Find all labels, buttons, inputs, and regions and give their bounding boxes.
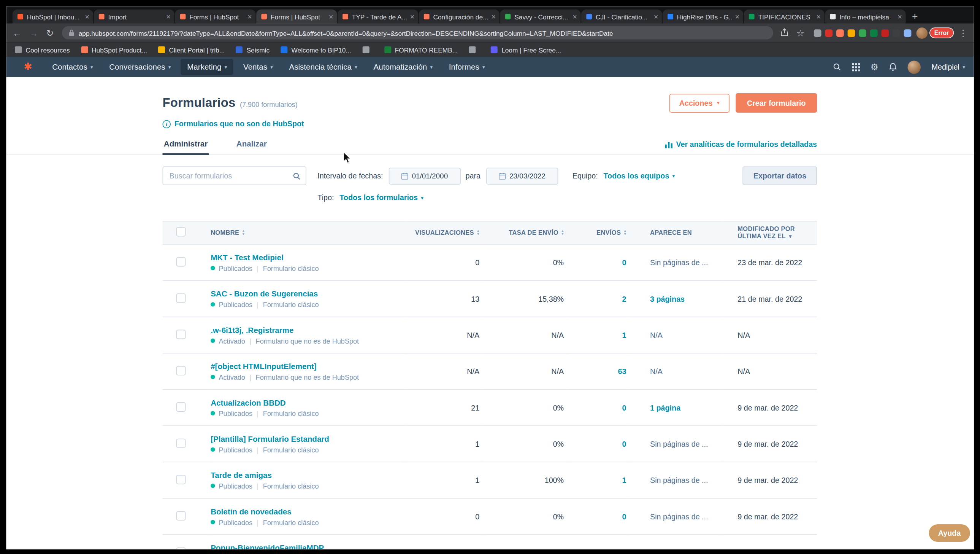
row-checkbox[interactable] <box>177 293 186 302</box>
actions-button[interactable]: Acciones ▾ <box>669 94 729 112</box>
submissions-link[interactable]: 0 <box>622 258 627 267</box>
tab-close-icon[interactable]: × <box>816 13 821 21</box>
form-name-link[interactable]: MKT - Test Medipiel <box>211 253 406 262</box>
submissions-link[interactable]: 63 <box>618 367 627 375</box>
browser-tab[interactable]: HubSpot | Inbou... × <box>13 10 93 24</box>
submissions-link[interactable]: 0 <box>622 512 627 521</box>
nav-item[interactable]: Contactos ▾ <box>46 59 99 75</box>
tab-close-icon[interactable]: × <box>247 13 252 21</box>
browser-tab[interactable]: TYP - Tarde de A... × <box>337 10 418 24</box>
help-button[interactable]: Ayuda <box>929 524 970 542</box>
row-checkbox[interactable] <box>177 366 186 375</box>
create-form-button[interactable]: Crear formulario <box>735 93 817 113</box>
browser-menu-icon[interactable]: ⋮ <box>959 29 967 37</box>
form-name-link[interactable]: .w-6i1t3j, .Registrarme <box>211 326 406 334</box>
tab-close-icon[interactable]: × <box>573 13 577 21</box>
bookmark[interactable]: Loom | Free Scree... <box>491 46 561 54</box>
bookmark[interactable] <box>469 46 480 53</box>
submissions-link[interactable]: 1 <box>622 476 627 484</box>
row-checkbox[interactable] <box>177 547 186 549</box>
bookmark[interactable]: Seismic <box>236 46 269 54</box>
bookmark[interactable]: FORMATO REEMB... <box>384 46 458 54</box>
browser-tab[interactable]: Import × <box>94 10 175 24</box>
browser-tab[interactable]: Info – medipielsa × <box>825 10 905 24</box>
header-modificado[interactable]: MODIFICADO POR ÚLTIMA VEZ EL▾ <box>722 221 817 244</box>
extension-icon[interactable] <box>870 29 877 37</box>
extension-icon[interactable] <box>825 29 832 37</box>
browser-tab[interactable]: TIPIFICACIONES × <box>744 10 824 24</box>
search-input[interactable] <box>163 166 306 185</box>
share-icon[interactable] <box>781 28 788 38</box>
hubspot-logo-icon[interactable]: ✱ <box>24 62 32 72</box>
type-dropdown[interactable]: Todos los formularios ▾ <box>339 193 423 202</box>
bookmark[interactable]: Cool resources <box>15 46 70 54</box>
header-envios[interactable]: ENVÍOS▴▾ <box>566 221 628 244</box>
bookmark[interactable]: Client Portal | trib... <box>159 46 225 54</box>
submissions-link[interactable]: 0 <box>622 403 627 412</box>
tab-close-icon[interactable]: × <box>410 13 415 21</box>
non-hubspot-forms-link[interactable]: i Formularios que no son de HubSpot <box>163 120 817 128</box>
row-checkbox[interactable] <box>177 402 186 411</box>
header-tasa-de-envio[interactable]: TASA DE ENVÍO▴▾ <box>481 221 566 244</box>
nav-item[interactable]: Conversaciones ▾ <box>103 59 177 75</box>
submissions-link[interactable]: 0 <box>622 439 627 448</box>
header-aparece-en[interactable]: APARECE EN <box>628 221 722 244</box>
form-name-link[interactable]: Boletin de novedades <box>211 507 406 516</box>
extension-icon[interactable] <box>813 29 821 37</box>
submissions-link[interactable]: 2 <box>622 294 627 303</box>
notifications-bell-icon[interactable] <box>889 62 897 71</box>
form-name-link[interactable]: [Plantilla] Formulario Estandard <box>211 434 406 443</box>
forward-icon[interactable]: → <box>29 29 38 37</box>
gear-icon[interactable]: ⚙ <box>870 62 878 71</box>
tab-close-icon[interactable]: × <box>735 13 740 21</box>
bookmark[interactable] <box>362 46 373 53</box>
nav-item[interactable]: Ventas ▾ <box>237 59 279 75</box>
row-checkbox[interactable] <box>177 511 186 520</box>
row-checkbox[interactable] <box>177 329 186 339</box>
tab-close-icon[interactable]: × <box>85 13 90 21</box>
appears-cell[interactable]: 3 páginas <box>650 294 685 303</box>
form-name-link[interactable]: SAC - Buzon de Sugerencias <box>211 289 406 298</box>
back-icon[interactable]: ← <box>13 29 21 37</box>
reload-icon[interactable]: ↻ <box>46 29 54 37</box>
nav-item[interactable]: Asistencia técnica ▾ <box>283 59 363 75</box>
extension-icon[interactable] <box>881 29 889 37</box>
address-bar[interactable]: app.hubspot.com/forms/21192179/?dateType… <box>62 26 773 40</box>
bookmark[interactable]: HubSpot Product... <box>81 46 147 54</box>
form-name-link[interactable]: Actualizacion BBDD <box>211 398 406 407</box>
extension-icon[interactable] <box>836 29 844 37</box>
team-dropdown[interactable]: Todos los equipos ▾ <box>604 172 675 180</box>
browser-tab[interactable]: Configuración de... × <box>419 10 500 24</box>
row-checkbox[interactable] <box>177 438 186 448</box>
browser-tab[interactable]: Savvy - Correcci... × <box>500 10 581 24</box>
extension-icon[interactable] <box>892 29 900 37</box>
bookmark[interactable]: Welcome to BIP10... <box>281 46 351 54</box>
browser-tab[interactable]: CJI - Clarificatio... × <box>581 10 662 24</box>
select-all-checkbox[interactable] <box>177 227 186 237</box>
appears-cell[interactable]: 1 página <box>650 403 681 412</box>
bookmark-star-icon[interactable]: ☆ <box>796 29 804 37</box>
extension-icon[interactable] <box>847 29 855 37</box>
search-icon[interactable] <box>832 62 841 71</box>
form-name-link[interactable]: Tarde de amigas <box>211 471 406 479</box>
extension-icon[interactable] <box>859 29 866 37</box>
browser-tab[interactable]: Forms | HubSpot × <box>256 10 337 24</box>
tab-close-icon[interactable]: × <box>166 13 171 21</box>
new-tab-button[interactable]: + <box>912 11 918 21</box>
account-menu[interactable]: Medipiel ▾ <box>931 62 965 71</box>
account-avatar[interactable] <box>908 61 921 74</box>
browser-tab[interactable]: Forms | HubSpot × <box>175 10 255 24</box>
extension-icon[interactable] <box>904 29 911 37</box>
form-name-link[interactable]: Popup-BienvenidoFamiliaMDP <box>211 543 406 549</box>
date-end-input[interactable]: 23/03/2022 <box>486 168 558 184</box>
tab-close-icon[interactable]: × <box>897 13 902 21</box>
header-visualizaciones[interactable]: VISUALIZACIONES▴▾ <box>406 221 481 244</box>
tab-administrar[interactable]: Administrar <box>163 137 209 155</box>
row-checkbox[interactable] <box>177 257 186 267</box>
tab-close-icon[interactable]: × <box>491 13 496 21</box>
tab-close-icon[interactable]: × <box>654 13 659 21</box>
row-checkbox[interactable] <box>177 474 186 484</box>
header-nombre[interactable]: NOMBRE▴▾ <box>211 221 406 244</box>
profile-avatar[interactable] <box>916 27 928 39</box>
nav-item[interactable]: Automatización ▾ <box>367 59 439 75</box>
